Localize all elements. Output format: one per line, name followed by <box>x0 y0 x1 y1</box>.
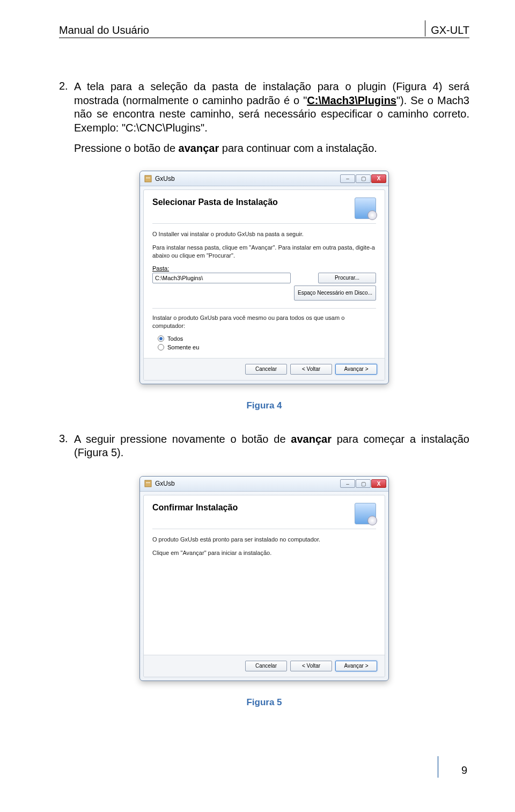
app-icon <box>144 175 152 182</box>
close-button[interactable]: X <box>371 479 386 488</box>
minimize-button[interactable]: – <box>340 174 355 183</box>
page-number: 9 <box>461 764 467 777</box>
back-button[interactable]: < Voltar <box>290 364 332 375</box>
list-text: A tela para a seleção da pasta de instal… <box>74 80 469 135</box>
titlebar: GxUsb – ▢ X <box>140 477 388 492</box>
radio-justme[interactable]: Somente eu <box>158 344 376 350</box>
dialog-heading: Selecionar Pasta de Instalação <box>152 197 278 207</box>
maximize-button[interactable]: ▢ <box>356 174 371 183</box>
header-right: GX-ULT <box>425 20 469 36</box>
cancel-button[interactable]: Cancelar <box>245 364 287 375</box>
next-button[interactable]: Avançar > <box>335 661 377 671</box>
svg-rect-0 <box>145 175 151 182</box>
dialog-heading: Confirmar Instalação <box>152 503 238 513</box>
svg-rect-2 <box>145 480 151 487</box>
figure-caption-5: Figura 5 <box>59 697 469 708</box>
press-instruction: Pressione o botão de avançar para contin… <box>74 142 469 155</box>
cancel-button[interactable]: Cancelar <box>245 661 287 671</box>
header-left: Manual do Usuário <box>59 24 149 36</box>
close-button[interactable]: X <box>371 174 386 183</box>
window-title: GxUsb <box>155 480 175 487</box>
dialog-text-2: Para instalar nessa pasta, clique em "Av… <box>152 244 376 260</box>
computer-icon <box>355 503 376 524</box>
svg-rect-3 <box>146 482 150 483</box>
back-button[interactable]: < Voltar <box>290 661 332 671</box>
diskspace-button[interactable]: Espaço Necessário em Disco... <box>294 286 376 301</box>
app-icon <box>144 480 152 487</box>
list-number: 2. <box>59 80 74 135</box>
installer-dialog-folder: GxUsb – ▢ X Selecionar Pasta de Instalaç… <box>139 171 389 384</box>
folder-input[interactable] <box>152 273 291 283</box>
install-for-label: Instalar o produto GxUsb para você mesmo… <box>152 314 376 330</box>
titlebar: GxUsb – ▢ X <box>140 171 388 186</box>
list-text: A seguir pressione novamente o botão de … <box>74 433 469 460</box>
svg-rect-1 <box>146 178 150 178</box>
next-button[interactable]: Avançar > <box>335 364 377 375</box>
figure-caption-4: Figura 4 <box>59 400 469 411</box>
dialog-text-1: O Installer vai instalar o produto GxUsb… <box>152 230 376 238</box>
maximize-button[interactable]: ▢ <box>356 479 371 488</box>
dialog-text-2: Clique em "Avançar" para iniciar a insta… <box>152 549 376 557</box>
installer-dialog-confirm: GxUsb – ▢ X Confirmar Instalação O produ… <box>139 476 389 681</box>
page-header: Manual do Usuário GX-ULT <box>59 20 469 38</box>
dialog-text-1: O produto GxUsb está pronto para ser ins… <box>152 536 376 544</box>
list-number: 3. <box>59 433 74 460</box>
folder-label: Pasta: <box>152 265 376 272</box>
browse-button[interactable]: Procurar... <box>318 273 376 283</box>
minimize-button[interactable]: – <box>340 479 355 488</box>
window-title: GxUsb <box>155 175 175 182</box>
page-number-box: 9 <box>437 756 469 778</box>
list-item-2: 2. A tela para a seleção da pasta de ins… <box>59 80 469 135</box>
computer-icon <box>355 197 376 219</box>
radio-everyone[interactable]: Todos <box>158 335 376 342</box>
list-item-3: 3. A seguir pressione novamente o botão … <box>59 433 469 460</box>
